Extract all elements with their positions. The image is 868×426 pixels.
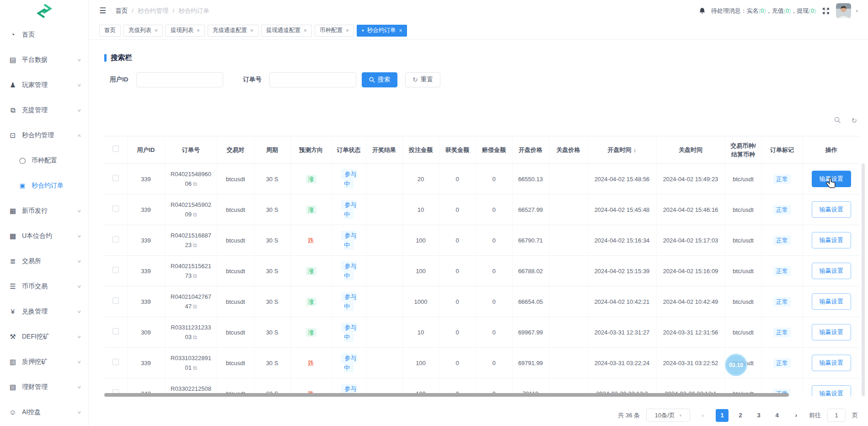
user-menu-caret-icon[interactable]: ▾ <box>856 9 858 13</box>
seconds-contract-order-icon: ▣ <box>17 182 27 189</box>
sidebar-item-label: 秒合约管理 <box>22 131 54 140</box>
sidebar-item-seconds-contract[interactable]: ⊡秒合约管理∧ <box>0 123 88 148</box>
cell-result <box>366 225 402 256</box>
sidebar-item-player-management[interactable]: ♟玩家管理∨ <box>0 72 88 97</box>
win-lose-settings-button[interactable]: 输赢设置 <box>812 232 851 248</box>
win-lose-settings-button[interactable]: 输赢设置 <box>812 385 851 396</box>
copy-icon[interactable]: ⧉ <box>193 273 197 279</box>
table-row: 339R0402151562173⧉btcusdt30 S涨参与中1000066… <box>104 256 860 286</box>
win-lose-settings-button[interactable]: 输赢设置 <box>812 201 851 218</box>
sort-desc-icon[interactable]: ▼ <box>633 151 637 153</box>
sidebar-item-platform-data[interactable]: ▤平台数据∨ <box>0 47 88 72</box>
sidebar-item-coin-config[interactable]: ◯币种配置 <box>0 148 88 173</box>
win-lose-settings-button[interactable]: 输赢设置 <box>812 355 851 371</box>
tab-提现通道配置[interactable]: 提现通道配置× <box>261 25 312 37</box>
sidebar-item-u-contract[interactable]: ▩U本位合约∨ <box>0 223 88 248</box>
cell-currency: btc/usdt <box>725 225 761 256</box>
win-lose-settings-button[interactable]: 输赢设置 <box>812 171 851 187</box>
sidebar-item-recharge-withdraw[interactable]: ⧉充提管理∨ <box>0 97 88 123</box>
sidebar-item-label: 理财管理 <box>22 383 48 391</box>
sidebar-item-defi-mining[interactable]: ⚒DEFI挖矿∨ <box>0 324 88 349</box>
cell-order_no: R0402151688723⧉ <box>165 225 217 256</box>
direction-badge: 涨 <box>306 267 316 275</box>
page-button-4[interactable]: 4 <box>771 409 783 422</box>
table-refresh-icon[interactable]: ↻ <box>851 117 857 125</box>
table-search-icon[interactable] <box>834 117 841 124</box>
row-checkbox[interactable] <box>113 205 119 212</box>
fullscreen-icon[interactable] <box>822 7 830 15</box>
win-lose-settings-button[interactable]: 输赢设置 <box>812 324 851 340</box>
order-no-input[interactable] <box>269 72 356 87</box>
avatar[interactable] <box>836 3 851 18</box>
row-checkbox[interactable] <box>113 359 119 365</box>
page-button-2[interactable]: 2 <box>734 409 747 422</box>
user-id-input[interactable] <box>136 72 223 87</box>
goto-page-input[interactable]: 1 <box>827 409 846 422</box>
close-icon[interactable]: × <box>399 27 402 34</box>
win-lose-settings-button[interactable]: 输赢设置 <box>812 263 851 279</box>
notice-realname-label: 实名 <box>747 7 759 14</box>
sidebar-item-coin-trade[interactable]: ☰币币交易∨ <box>0 274 88 299</box>
cell-order_no: R0402154590209⧉ <box>165 194 217 225</box>
page-button-3[interactable]: 3 <box>752 409 765 422</box>
copy-icon[interactable]: ⧉ <box>193 242 197 248</box>
sidebar-item-home[interactable]: ◔首页 <box>0 22 88 47</box>
close-icon[interactable]: × <box>304 27 307 34</box>
next-page-button[interactable]: › <box>790 409 803 422</box>
page-button-1[interactable]: 1 <box>716 409 729 422</box>
sidebar-item-label: 兑换管理 <box>22 307 48 316</box>
cell-close_price <box>549 194 588 225</box>
copy-icon[interactable]: ⧉ <box>193 211 197 218</box>
row-checkbox[interactable] <box>113 175 119 181</box>
close-icon[interactable]: × <box>250 27 253 34</box>
tab-首页[interactable]: 首页 <box>99 25 121 37</box>
cell-result <box>366 164 402 194</box>
cell-close_time: 2024-04-02 10:42:49 <box>656 286 725 317</box>
close-icon[interactable]: × <box>197 27 200 34</box>
sort-icons[interactable]: ▲▼ <box>633 148 637 153</box>
search-button[interactable]: 搜索 <box>362 72 397 87</box>
page-size-select[interactable]: 10条/页 ▾ <box>646 409 690 422</box>
row-checkbox[interactable] <box>113 297 119 304</box>
chevron-down-icon: ∨ <box>77 334 82 339</box>
copy-icon[interactable]: ⧉ <box>193 303 197 310</box>
bell-icon[interactable] <box>699 7 706 15</box>
copy-icon[interactable]: ⧉ <box>193 181 197 187</box>
cell-bet_amount: 100 <box>402 256 439 286</box>
tab-秒合约订单[interactable]: ●秒合约订单× <box>357 25 407 37</box>
row-checkbox[interactable] <box>113 267 119 273</box>
cell-result <box>366 256 402 286</box>
breadcrumb-level-2: 秒合约订单 <box>178 7 209 15</box>
tab-充值通道配置[interactable]: 充值通道配置× <box>208 25 258 37</box>
search-button-label: 搜索 <box>378 75 390 84</box>
row-checkbox[interactable] <box>113 236 119 243</box>
tab-币种配置[interactable]: 币种配置× <box>315 25 354 37</box>
close-icon[interactable]: × <box>155 27 158 34</box>
sidebar-item-new-coin[interactable]: ▦新币发行∨ <box>0 198 88 223</box>
breadcrumb-home[interactable]: 首页 <box>115 7 128 15</box>
tab-充值列表[interactable]: 充值列表× <box>123 25 163 37</box>
reset-button[interactable]: ↻ 重置 <box>405 72 440 87</box>
copy-icon[interactable]: ⧉ <box>193 334 197 340</box>
collapse-menu-icon[interactable]: ☰ <box>99 6 106 16</box>
sidebar-item-finance-management[interactable]: ▧理财管理∨ <box>0 374 88 399</box>
horizontal-scrollbar[interactable] <box>104 393 789 397</box>
sidebar-item-exchange[interactable]: ≣交易所∨ <box>0 248 88 274</box>
sidebar-item-seconds-contract-order[interactable]: ▣秒合约订单 <box>0 173 88 198</box>
cell-flag: 正常 <box>761 256 803 286</box>
select-all-checkbox[interactable] <box>113 146 119 152</box>
tab-提现列表[interactable]: 提现列表× <box>166 25 205 37</box>
chevron-down-icon: ∨ <box>77 259 82 264</box>
cell-close_price <box>549 225 588 256</box>
win-lose-settings-button[interactable]: 输赢设置 <box>812 293 851 310</box>
prev-page-button[interactable]: ‹ <box>697 409 709 422</box>
sidebar-item-ai-control[interactable]: ☺AI控盘∨ <box>0 399 88 425</box>
search-form: 用户ID 订单号 搜索 ↻ 重置 <box>110 72 440 87</box>
copy-icon[interactable]: ⧉ <box>193 365 197 371</box>
row-checkbox[interactable] <box>113 328 119 334</box>
cell-result <box>366 286 402 317</box>
close-icon[interactable]: × <box>346 27 349 34</box>
sidebar-item-swap-management[interactable]: ¥兑换管理∨ <box>0 299 88 324</box>
vertical-scrollbar[interactable] <box>862 163 865 396</box>
sidebar-item-staking-mining[interactable]: ▥质押挖矿∨ <box>0 349 88 374</box>
